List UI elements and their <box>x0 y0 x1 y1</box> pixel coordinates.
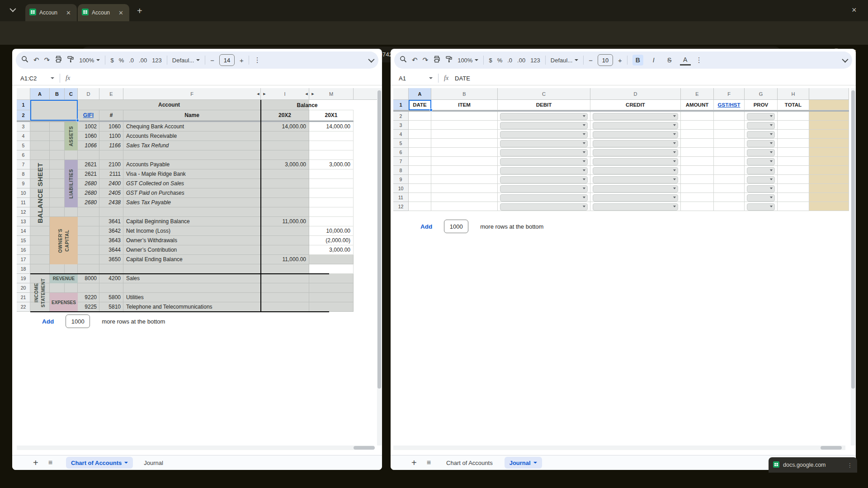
balance-20x2-cell[interactable] <box>261 131 309 141</box>
dropdown-chip[interactable] <box>747 158 775 165</box>
cell-H12[interactable] <box>778 202 809 211</box>
v-scrollbar[interactable] <box>377 88 382 446</box>
browser-tab-1[interactable]: Accoun ✕ <box>25 4 77 21</box>
cell-F2[interactable] <box>714 112 745 121</box>
format-currency-icon[interactable]: $ <box>110 57 113 64</box>
account-name-cell[interactable]: Sales Tax Payable <box>123 198 261 207</box>
account-number-cell[interactable]: 2100 <box>99 160 123 169</box>
cell-I2[interactable] <box>809 112 849 121</box>
dropdown-chip[interactable] <box>593 122 678 129</box>
cell-F9[interactable] <box>714 175 745 184</box>
column-header-F[interactable]: F <box>714 88 745 100</box>
font-select[interactable]: Defaul... <box>172 57 200 64</box>
column-header-A[interactable]: A <box>30 88 50 100</box>
cell-C2[interactable] <box>498 112 590 121</box>
column-header-C[interactable]: C <box>498 88 590 100</box>
balance-20x1-cell[interactable] <box>309 198 354 207</box>
gifi-cell[interactable]: 9225 <box>78 302 99 312</box>
cell-F5[interactable] <box>714 139 745 148</box>
column-header-blank[interactable] <box>17 88 30 100</box>
cell-G10[interactable] <box>745 184 778 193</box>
dropdown-chip[interactable] <box>500 149 588 156</box>
cell-I11[interactable] <box>809 193 849 202</box>
dropdown-chip[interactable] <box>500 131 588 138</box>
account-name-cell[interactable]: Net Income (Loss) <box>123 226 261 236</box>
cell-B5[interactable] <box>431 139 498 148</box>
toolbar-more-icon[interactable]: ⋮ <box>254 56 261 64</box>
cell-I5[interactable] <box>809 139 849 148</box>
balance-20x2-cell[interactable]: 14,000.00 <box>261 122 309 131</box>
row-header-14[interactable]: 14 <box>17 226 30 236</box>
cell-G2[interactable] <box>745 112 778 121</box>
gifi-cell[interactable]: 2621 <box>78 169 99 179</box>
cell-C5[interactable] <box>498 139 590 148</box>
dropdown-chip[interactable] <box>747 203 775 211</box>
header-cell-amount[interactable]: AMOUNT <box>681 100 714 110</box>
row-header-7[interactable]: 7 <box>393 157 409 166</box>
account-number-cell[interactable]: 5810 <box>99 302 123 312</box>
paint-format-icon[interactable] <box>445 56 453 65</box>
header-cell-gsthst[interactable]: GST/HST <box>714 100 745 110</box>
cell[interactable] <box>50 198 65 207</box>
balance-20x2-cell[interactable] <box>261 226 309 236</box>
cell-B10[interactable] <box>431 184 498 193</box>
balance-20x2-cell[interactable] <box>261 150 309 160</box>
cell-D8[interactable] <box>590 166 681 175</box>
gifi-cell[interactable] <box>78 236 99 245</box>
decrease-decimal-icon[interactable]: .0 <box>507 57 512 64</box>
cell[interactable] <box>50 131 65 141</box>
dropdown-chip[interactable] <box>747 140 775 147</box>
text-color-icon[interactable]: A <box>680 55 691 66</box>
hidden-cols-expand-icon[interactable]: ▶ <box>311 91 315 97</box>
account-number-cell[interactable]: 2400 <box>99 179 123 188</box>
account-number-cell[interactable]: 2438 <box>99 198 123 207</box>
dropdown-chip[interactable] <box>747 176 775 183</box>
balance-20x2-cell[interactable] <box>261 293 309 302</box>
gifi-cell[interactable]: 1060 <box>78 131 99 141</box>
cell-G9[interactable] <box>745 175 778 184</box>
row-header-2[interactable]: 2 <box>17 110 30 121</box>
cell-H9[interactable] <box>778 175 809 184</box>
cell-H10[interactable] <box>778 184 809 193</box>
tab-close-icon[interactable]: ✕ <box>66 9 71 16</box>
cell[interactable] <box>50 150 65 160</box>
account-name-cell[interactable]: Utilities <box>123 293 261 302</box>
dropdown-chip[interactable] <box>593 185 678 192</box>
dropdown-chip[interactable] <box>500 158 588 165</box>
v-scrollbar-thumb[interactable] <box>851 90 855 389</box>
dropdown-chip[interactable] <box>593 167 678 174</box>
row-header-19[interactable]: 19 <box>17 274 30 283</box>
dropdown-chip[interactable] <box>500 122 588 129</box>
cell-F7[interactable] <box>714 157 745 166</box>
cell-I9[interactable] <box>809 175 849 184</box>
cell-F10[interactable] <box>714 184 745 193</box>
decrease-font-icon[interactable]: − <box>589 56 593 64</box>
gifi-cell[interactable]: 1066 <box>78 141 99 150</box>
more-formats-icon[interactable]: 123 <box>530 57 540 64</box>
all-sheets-icon[interactable]: ≡ <box>427 459 431 467</box>
balance-20x2-cell[interactable] <box>261 188 309 198</box>
balance-20x2-cell[interactable] <box>261 179 309 188</box>
cell[interactable] <box>50 264 65 274</box>
cell-I7[interactable] <box>809 157 849 166</box>
balance-20x2-cell[interactable] <box>261 236 309 245</box>
cell-E12[interactable] <box>681 202 714 211</box>
gifi-cell[interactable]: 1002 <box>78 122 99 131</box>
account-name-cell[interactable]: Capital Beginning Balance <box>123 217 261 226</box>
name-box[interactable]: A1 <box>399 75 427 82</box>
format-percent-icon[interactable]: % <box>119 57 124 64</box>
cell-E10[interactable] <box>681 184 714 193</box>
tab-search-icon[interactable] <box>10 7 14 12</box>
balance-20x1-cell[interactable] <box>309 274 354 283</box>
all-sheets-icon[interactable]: ≡ <box>48 459 52 467</box>
dropdown-chip[interactable] <box>593 158 678 165</box>
account-number-cell[interactable]: 4200 <box>99 274 123 283</box>
cell-B8[interactable] <box>431 166 498 175</box>
cell-G5[interactable] <box>745 139 778 148</box>
balance-20x1-cell[interactable] <box>309 188 354 198</box>
dropdown-chip[interactable] <box>747 131 775 138</box>
account-number-cell[interactable]: 5800 <box>99 293 123 302</box>
cell-G12[interactable] <box>745 202 778 211</box>
header-cell-prov[interactable]: PROV <box>745 100 778 110</box>
cell[interactable] <box>50 188 65 198</box>
